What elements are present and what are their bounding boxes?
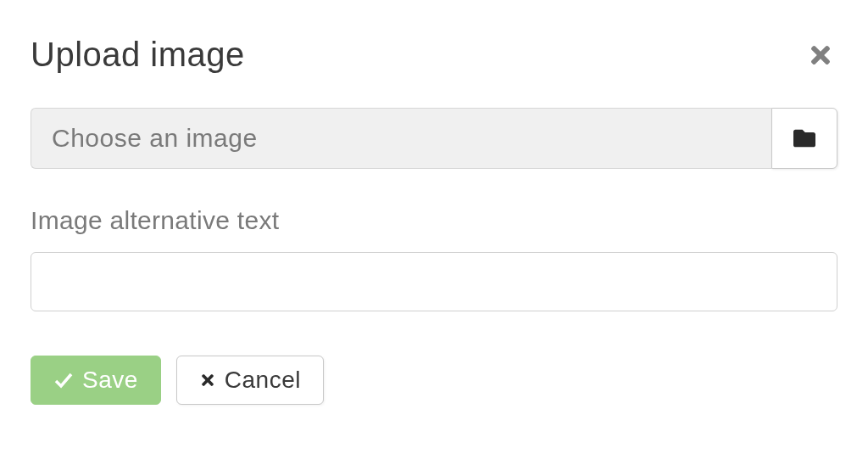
modal-title: Upload image: [31, 36, 245, 74]
browse-button[interactable]: [771, 108, 837, 169]
file-chooser-display[interactable]: Choose an image: [31, 108, 771, 169]
close-button[interactable]: [804, 38, 837, 72]
cancel-button-label: Cancel: [225, 367, 301, 394]
cancel-button[interactable]: Cancel: [176, 356, 324, 405]
modal-header: Upload image: [31, 36, 837, 74]
cancel-icon: [199, 372, 216, 389]
save-button[interactable]: Save: [31, 356, 161, 405]
save-button-label: Save: [82, 367, 138, 394]
button-row: Save Cancel: [31, 356, 837, 405]
alt-text-field: Image alternative text: [31, 206, 837, 311]
folder-icon: [793, 129, 815, 148]
alt-text-label: Image alternative text: [31, 206, 837, 235]
close-icon: [807, 42, 834, 69]
alt-text-input[interactable]: [31, 252, 837, 311]
check-icon: [53, 370, 74, 390]
file-chooser-group: Choose an image: [31, 108, 837, 169]
